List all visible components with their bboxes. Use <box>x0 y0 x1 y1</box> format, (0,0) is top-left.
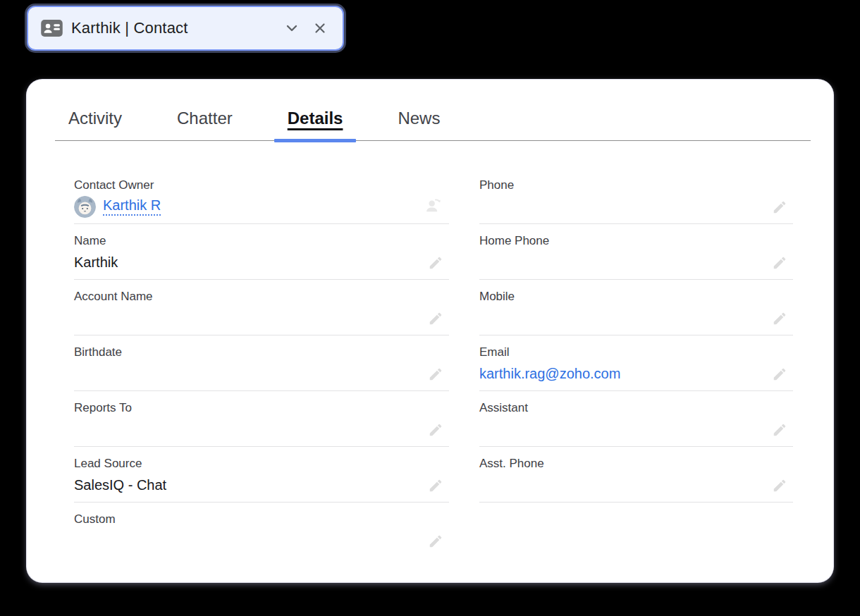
edit-icon[interactable] <box>772 311 787 326</box>
field-name: Name Karthik <box>74 224 449 280</box>
contact-card-icon <box>41 20 63 37</box>
edit-icon[interactable] <box>428 311 443 326</box>
field-label: Lead Source <box>74 456 449 471</box>
active-tab-indicator <box>274 139 357 142</box>
edit-icon[interactable] <box>428 478 443 493</box>
field-label: Birthdate <box>74 345 449 359</box>
field-label: Mobile <box>479 289 793 304</box>
edit-icon[interactable] <box>428 255 443 271</box>
tab-label: News <box>398 109 440 128</box>
detail-tabs-bar: Activity Chatter Details News <box>55 80 811 141</box>
field-label: Account Name <box>74 289 449 304</box>
contact-owner-link[interactable]: Karthik R <box>103 197 161 216</box>
field-label: Name <box>74 233 449 248</box>
field-label: Reports To <box>74 400 449 415</box>
screen: Karthik | Contact Activity Chatter D <box>0 0 860 616</box>
field-label: Contact Owner <box>74 178 449 192</box>
contact-detail-card: Activity Chatter Details News Contact <box>27 80 833 582</box>
field-value <box>479 192 793 221</box>
chevron-down-icon[interactable] <box>282 18 302 38</box>
field-value <box>74 526 449 555</box>
field-label: Custom <box>74 512 449 526</box>
field-custom: Custom <box>74 503 449 558</box>
close-icon[interactable] <box>310 18 330 38</box>
field-label: Asst. Phone <box>479 456 793 471</box>
edit-icon[interactable] <box>772 478 787 493</box>
tab-news[interactable]: News <box>398 108 440 129</box>
edit-icon[interactable] <box>772 199 787 215</box>
field-lead-source: Lead Source SalesIQ - Chat <box>74 447 449 503</box>
field-reports-to: Reports To <box>74 391 449 447</box>
field-account-name: Account Name <box>74 280 449 335</box>
edit-icon[interactable] <box>428 366 443 382</box>
tab-activity[interactable]: Activity <box>68 108 122 129</box>
tab-chatter[interactable]: Chatter <box>177 108 233 129</box>
field-value: SalesIQ - Chat <box>74 471 449 499</box>
field-label: Home Phone <box>479 233 793 248</box>
field-home-phone: Home Phone <box>479 224 793 280</box>
tab-label: Activity <box>68 109 122 128</box>
field-asst-phone: Asst. Phone <box>479 447 793 503</box>
edit-icon[interactable] <box>772 366 787 382</box>
field-mobile: Mobile <box>479 280 793 335</box>
edit-icon[interactable] <box>772 255 787 271</box>
entity-pill-tab[interactable]: Karthik | Contact <box>27 6 344 51</box>
field-value <box>479 304 793 332</box>
edit-icon[interactable] <box>772 422 787 438</box>
tab-details[interactable]: Details <box>288 108 343 129</box>
change-owner-icon[interactable] <box>424 195 443 215</box>
field-birthdate: Birthdate <box>74 335 449 391</box>
field-email: Email karthik.rag@zoho.com <box>479 335 793 391</box>
field-label: Phone <box>479 178 793 192</box>
field-value <box>74 415 449 443</box>
edit-icon[interactable] <box>428 422 443 438</box>
field-assistant: Assistant <box>479 391 793 447</box>
field-label: Assistant <box>479 400 793 415</box>
fields-grid: Contact Owner <box>55 168 811 558</box>
field-value <box>479 471 793 499</box>
tab-label: Chatter <box>177 109 233 128</box>
field-contact-owner: Contact Owner <box>74 168 449 224</box>
field-value: Karthik <box>74 248 449 276</box>
field-value <box>479 248 793 276</box>
field-phone: Phone <box>479 168 793 224</box>
edit-icon[interactable] <box>428 534 443 549</box>
field-value: Karthik R <box>74 192 449 221</box>
field-value <box>74 304 449 332</box>
email-link[interactable]: karthik.rag@zoho.com <box>479 366 620 382</box>
fields-column-right: Phone Home Phone Mobil <box>479 168 793 503</box>
field-value <box>74 359 449 388</box>
field-label: Email <box>479 345 793 359</box>
tab-label: Details <box>288 109 343 128</box>
field-value <box>479 415 793 443</box>
fields-column-left: Contact Owner <box>74 168 449 558</box>
field-value: karthik.rag@zoho.com <box>479 359 793 388</box>
entity-pill-title: Karthik | Contact <box>71 19 274 37</box>
owner-avatar <box>74 196 96 218</box>
